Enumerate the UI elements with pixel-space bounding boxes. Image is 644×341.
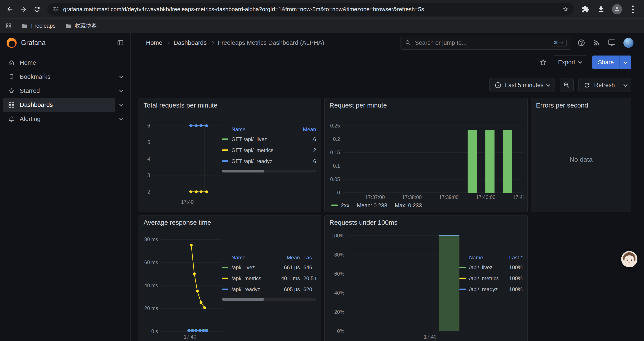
bell-icon [8,115,15,122]
breadcrumb-current: Freeleaps Metrics Dashboard (ALPHA) [218,39,324,46]
topbar-main: Home Dashboards Freeleaps Metrics Dashbo… [131,33,644,53]
bookmark-item-freeleaps[interactable]: Freeleaps [22,23,56,29]
brand-area: Grafana [0,33,131,53]
folder-icon [22,23,28,29]
floating-assistant-avatar[interactable] [621,251,638,267]
news-rss-icon[interactable] [593,39,600,47]
search-icon [405,40,412,46]
chevron-down-icon [624,60,627,64]
zoom-out-icon [563,82,570,89]
legend-row[interactable]: /api/_livez 661 µs 646 [222,262,316,273]
legend-header-last[interactable]: Las [300,254,316,261]
grafana-logo[interactable] [6,38,17,48]
share-dropdown-button[interactable] [620,56,631,69]
browser-menu-icon[interactable] [626,3,640,16]
legend-scrollbar[interactable] [222,170,316,172]
grafana-topbar: Grafana Home Dashboards Freeleaps Metric… [0,33,644,53]
legend-header-mean[interactable]: Mean [293,126,316,133]
x-axis-tick-label: 17:41:00 [513,194,528,200]
legend-header-name[interactable]: Name [460,254,498,261]
y-axis-tick-label: 0.2 [333,136,340,142]
legend-row[interactable]: /api/_readyz 100% [460,284,522,295]
chevron-down-icon [546,83,550,87]
chevron-down-icon[interactable] [115,70,127,84]
panel-title[interactable]: Average response time [144,218,316,227]
site-settings-icon[interactable] [52,6,59,13]
chevron-down-icon[interactable] [115,84,127,98]
y-axis-tick-label: 0.15 [330,149,340,156]
x-axis-tick-label: 17:38:00 [402,194,422,200]
back-icon[interactable] [3,3,17,16]
forward-icon[interactable] [17,3,30,16]
avg-response-time-chart: 80 ms60 ms40 ms20 ms0 s 17:40 [144,227,222,341]
y-axis-tick-label: 60% [334,270,344,277]
chevron-down-icon[interactable] [115,98,127,112]
help-icon[interactable] [577,39,585,47]
legend-header-mean[interactable]: Mean [277,254,300,261]
chevron-down-icon[interactable] [115,112,127,126]
legend-item-2xx[interactable]: 2xx [331,202,350,209]
star-icon [8,87,15,94]
breadcrumb-home[interactable]: Home [146,39,162,46]
search-placeholder: Search or jump to... [415,40,547,46]
panel-title[interactable]: Errors per second [536,101,626,110]
browser-profile-avatar[interactable] [610,3,624,16]
legend-row[interactable]: /api/_metrics 40.1 ms 20.5 r [222,273,316,284]
y-axis-tick-label: 80 ms [144,236,158,243]
legend-row[interactable]: GET /api/_livez 6 [222,134,316,145]
sidebar-item-bookmarks: Bookmarks [3,70,127,84]
zoom-out-button[interactable] [560,78,574,92]
panel-title[interactable]: Requests under 100ms [330,218,522,227]
panel-title[interactable]: Total requests per minute [144,101,316,110]
legend-header-last[interactable]: Last * [498,254,522,261]
url-text[interactable]: grafana.mathmast.com/d/deytv4rwavabkb/fr… [63,6,558,13]
breadcrumb: Home Dashboards Freeleaps Metrics Dashbo… [146,39,324,46]
dashboards-grid-icon [8,101,15,108]
breadcrumb-dashboards[interactable]: Dashboards [174,39,207,46]
refresh-icon[interactable] [30,3,44,16]
y-axis-tick-label: 100% [332,232,344,239]
series-color-swatch [331,204,338,206]
extensions-icon[interactable] [579,3,592,16]
y-axis-tick-label: 4 [147,156,150,162]
chevron-down-icon [578,60,582,64]
chevron-down-icon [624,83,627,87]
url-bar[interactable]: grafana.mathmast.com/d/deytv4rwavabkb/fr… [47,3,574,16]
legend-header-name[interactable]: Name [222,254,277,261]
legend-scrollbar[interactable] [222,298,316,301]
refresh-interval-dropdown[interactable] [620,78,631,92]
favorite-star-icon[interactable] [539,58,547,67]
series-color-swatch [222,149,228,151]
legend-row[interactable]: GET /api/_metrics 2 [222,145,316,156]
user-avatar[interactable] [624,38,634,48]
x-axis-tick-label: 17:40 [181,199,194,205]
bookmark-star-icon[interactable] [562,6,568,13]
y-axis-tick-label: 0 [337,189,340,196]
refresh-button[interactable]: Refresh [579,78,620,92]
export-button[interactable]: Export [552,56,587,69]
y-axis-tick-label: 0.1 [333,163,340,169]
legend-row[interactable]: /api/_readyz 605 µs 620 [222,284,316,295]
panel-request-per-minute: Request per minute 0.250.20.150.10.050 1… [324,98,528,212]
bookmark-item-blogs[interactable]: 收藏博客 [65,22,97,30]
apps-grid-icon[interactable] [5,23,12,29]
sidebar-item-dashboards: Dashboards [3,98,127,112]
legend-row[interactable]: GET /api/_readyz 6 [222,156,316,167]
sidebar-nav: Home Bookmarks Starred Dashboards Alerti… [0,53,131,341]
y-axis-tick-label: 40 ms [144,282,158,289]
request-per-minute-chart: 0.250.20.150.10.050 17:37:0017:38:0017:3… [330,110,522,201]
series-color-swatch [460,288,466,290]
legend-row[interactable]: /api/_metrics 100% [460,273,522,284]
monitor-icon[interactable] [608,39,616,47]
no-data-message: No data [536,110,626,209]
download-icon[interactable] [594,3,608,16]
legend-header-name[interactable]: Name [222,126,293,133]
share-button[interactable]: Share [592,56,620,69]
time-range-picker[interactable]: Last 5 minutes [490,78,555,92]
sidebar-collapse-icon[interactable] [117,39,124,46]
panel-title[interactable]: Request per minute [330,101,522,110]
y-axis-tick-label: 5 [147,139,150,146]
search-input[interactable]: Search or jump to... ⌘+k [400,36,571,50]
legend-row[interactable]: /api/_livez 100% [460,262,522,273]
chevron-right-icon [210,41,214,45]
